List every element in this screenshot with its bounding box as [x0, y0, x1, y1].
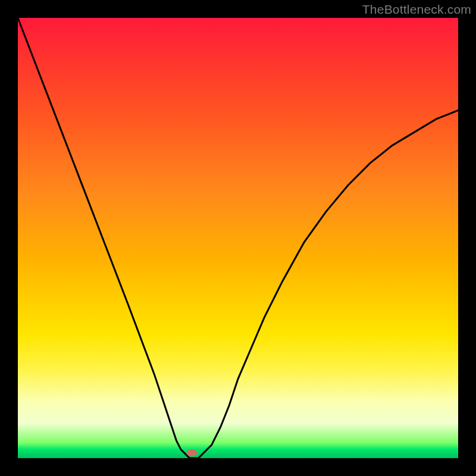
chart-frame: TheBottleneck.com	[0, 0, 476, 476]
curve-svg	[18, 18, 458, 458]
min-marker	[186, 449, 197, 456]
bottleneck-curve-path	[18, 18, 458, 458]
plot-area	[18, 18, 458, 458]
watermark-text: TheBottleneck.com	[362, 2, 471, 17]
